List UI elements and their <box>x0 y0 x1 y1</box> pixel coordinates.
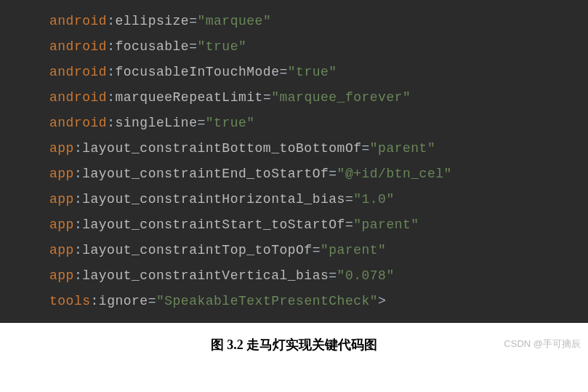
namespace: android <box>49 65 107 79</box>
colon: : <box>107 14 115 28</box>
line-end: > <box>378 294 386 308</box>
equals: = <box>189 39 197 54</box>
colon: : <box>74 192 82 207</box>
namespace: app <box>49 268 74 283</box>
attribute-value: "@+id/btn_cel" <box>337 167 452 181</box>
attribute-name: ellipsize <box>115 14 189 28</box>
attribute-name: layout_constraintStart_toStartOf <box>82 217 345 232</box>
namespace: android <box>49 14 107 28</box>
watermark: CSDN @手可摘辰 <box>504 337 581 351</box>
colon: : <box>74 167 82 181</box>
colon: : <box>107 90 115 105</box>
colon: : <box>74 243 82 257</box>
figure-caption: 图 3.2 走马灯实现关键代码图 CSDN @手可摘辰 <box>0 323 588 361</box>
code-line: android:marqueeRepeatLimit="marquee_fore… <box>0 85 588 111</box>
code-line: android:focusable="true" <box>0 34 588 60</box>
namespace: android <box>49 39 107 54</box>
colon: : <box>74 217 82 232</box>
attribute-name: layout_constraintHorizontal_bias <box>82 192 345 207</box>
code-line: app:layout_constraintHorizontal_bias="1.… <box>0 187 588 212</box>
colon: : <box>107 116 115 130</box>
equals: = <box>313 243 321 257</box>
namespace: tools <box>49 294 91 308</box>
equals: = <box>189 14 197 28</box>
attribute-value: "1.0" <box>353 192 395 207</box>
attribute-name: layout_constraintEnd_toStartOf <box>82 167 329 181</box>
attribute-name: focusableInTouchMode <box>115 65 279 79</box>
equals: = <box>345 217 353 232</box>
attribute-value: "parent" <box>370 141 435 156</box>
attribute-value: "marquee" <box>197 14 271 28</box>
code-line: tools:ignore="SpeakableTextPresentCheck"… <box>0 289 588 314</box>
attribute-value: "true" <box>288 65 337 79</box>
equals: = <box>329 167 337 181</box>
code-line: android:ellipsize="marquee" <box>0 9 588 34</box>
attribute-value: "true" <box>206 116 255 130</box>
attribute-value: "true" <box>197 39 246 54</box>
colon: : <box>91 294 99 308</box>
attribute-value: "parent" <box>353 217 419 232</box>
attribute-name: layout_constraintTop_toTopOf <box>82 243 312 257</box>
namespace: android <box>49 116 107 130</box>
colon: : <box>74 141 82 156</box>
equals: = <box>279 65 287 79</box>
caption-text: 图 3.2 走马灯实现关键代码图 <box>211 337 378 352</box>
attribute-value: "marquee_forever" <box>271 90 411 105</box>
attribute-name: focusable <box>115 39 189 54</box>
equals: = <box>329 268 337 283</box>
equals: = <box>197 116 205 130</box>
attribute-value: "SpeakableTextPresentCheck" <box>156 294 378 308</box>
attribute-name: ignore <box>99 294 148 308</box>
namespace: app <box>49 217 74 232</box>
code-line: app:layout_constraintVertical_bias="0.07… <box>0 263 588 289</box>
attribute-name: marqueeRepeatLimit <box>115 90 262 105</box>
code-line: app:layout_constraintEnd_toStartOf="@+id… <box>0 161 588 187</box>
attribute-name: singleLine <box>115 116 197 130</box>
namespace: app <box>49 167 74 181</box>
colon: : <box>74 268 82 283</box>
namespace: app <box>49 243 74 257</box>
code-line: app:layout_constraintTop_toTopOf="parent… <box>0 238 588 263</box>
code-line: app:layout_constraintBottom_toBottomOf="… <box>0 136 588 161</box>
code-block: android:ellipsize="marquee" android:focu… <box>0 0 588 323</box>
namespace: app <box>49 192 74 207</box>
attribute-name: layout_constraintBottom_toBottomOf <box>82 141 361 156</box>
equals: = <box>148 294 156 308</box>
colon: : <box>107 39 115 54</box>
code-line: app:layout_constraintStart_toStartOf="pa… <box>0 212 588 238</box>
code-line: android:focusableInTouchMode="true" <box>0 60 588 85</box>
attribute-value: "parent" <box>321 243 386 257</box>
attribute-name: layout_constraintVertical_bias <box>82 268 329 283</box>
code-line: android:singleLine="true" <box>0 111 588 136</box>
namespace: app <box>49 141 74 156</box>
equals: = <box>361 141 369 156</box>
equals: = <box>263 90 271 105</box>
attribute-value: "0.078" <box>337 268 395 283</box>
equals: = <box>345 192 353 207</box>
colon: : <box>107 65 115 79</box>
namespace: android <box>49 90 107 105</box>
